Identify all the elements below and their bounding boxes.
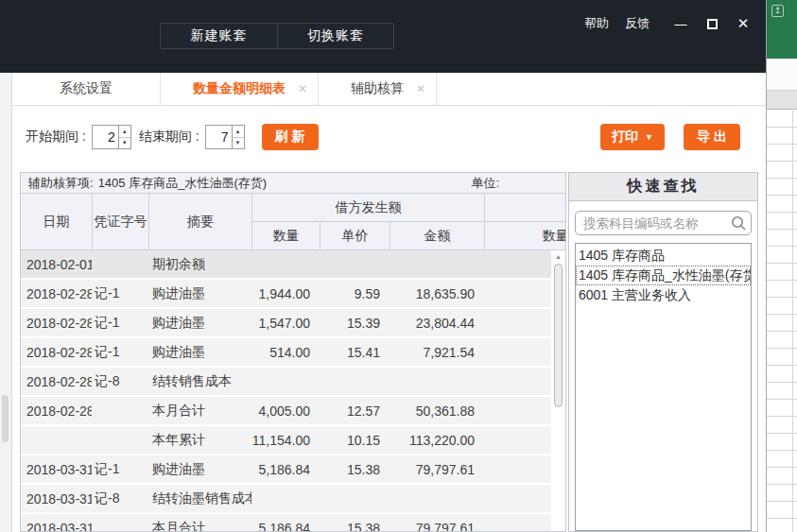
cell-date: 2018-02-01	[21, 250, 92, 278]
cell-summary: 购进油墨	[148, 309, 251, 336]
cell-summary: 本月合计	[148, 514, 251, 532]
stepper-down-icon[interactable]: ▼	[119, 138, 130, 149]
cell-qty: 1,944.00	[251, 280, 320, 307]
export-button[interactable]: 导出	[684, 124, 740, 150]
col-header-qty: 数量	[251, 221, 320, 249]
left-scrollbar-thumb[interactable]	[2, 395, 9, 442]
help-link[interactable]: 帮助	[584, 15, 609, 32]
tab-label: 辅助核算	[351, 80, 404, 97]
aux-item-value: 1405 库存商品_水性油墨(存货)	[98, 175, 267, 192]
table-row[interactable]: 2018-03-31 本月合计 5,186.84 15.38 79,797.61	[21, 514, 566, 532]
search-input[interactable]	[575, 211, 752, 235]
report-title-row: 辅助核算项: 1405 库存商品_水性油墨(存货) 单位:	[21, 173, 565, 194]
tab-system-settings[interactable]: 系统设置	[12, 73, 161, 105]
cell-summary: 本月合计	[148, 397, 251, 424]
table-header: 日期 凭证字号 摘要 借方发生额 数量 单价 金额 数量	[21, 194, 566, 250]
content-area: 辅助核算项: 1405 库存商品_水性油墨(存货) 单位: 日期 凭证字号 摘要…	[12, 168, 766, 532]
account-list-item[interactable]: 1405 库存商品	[576, 246, 751, 266]
col-header-credit-group	[484, 194, 566, 221]
col-header-date: 日期	[21, 194, 92, 249]
cell-voucher	[92, 397, 148, 424]
quick-find-body: 1405 库存商品1405 库存商品_水性油墨(存货)6001 主营业务收入	[569, 201, 757, 531]
tab-close-icon[interactable]: ✕	[416, 82, 425, 95]
print-button[interactable]: 打印 ▼	[600, 124, 665, 150]
cell-date: 2018-02-28	[21, 397, 92, 424]
stepper-down-icon[interactable]: ▼	[233, 138, 244, 149]
cell-date: 2018-03-31	[21, 485, 92, 512]
cell-qty: 5,186.84	[251, 514, 320, 532]
table-scrollbar-thumb[interactable]	[554, 264, 563, 407]
account-list-item[interactable]: 1405 库存商品_水性油墨(存货)	[576, 266, 751, 285]
left-scroll-strip	[0, 73, 12, 532]
end-period-input[interactable]	[206, 126, 232, 148]
cell-amount	[390, 368, 484, 395]
cell-voucher: 记-1	[92, 309, 148, 336]
table-row[interactable]: 本年累计 11,154.00 10.15 113,220.00	[21, 426, 566, 455]
report-table: 辅助核算项: 1405 库存商品_水性油墨(存货) 单位: 日期 凭证字号 摘要…	[20, 172, 566, 532]
stepper-up-icon[interactable]: ▲	[119, 126, 130, 138]
account-search	[575, 211, 752, 235]
main-area: 系统设置 数量金额明细表 ✕ 辅助核算 ✕ 开始期间 :	[12, 73, 766, 532]
excel-formula-bar	[767, 59, 797, 91]
table-scrollbar[interactable]: ▲	[551, 250, 565, 531]
new-account-set-button[interactable]: 新建账套	[161, 24, 277, 48]
switch-account-set-button[interactable]: 切换账套	[277, 24, 393, 48]
cell-qty: 514.00	[251, 338, 320, 366]
close-icon[interactable]: ✕	[736, 16, 751, 31]
table-row[interactable]: 2018-02-28 记-1 购进油墨 514.00 15.41 7,921.5…	[21, 338, 566, 368]
cell-date	[21, 426, 92, 454]
col-header-price: 单价	[320, 221, 390, 249]
table-row[interactable]: 2018-03-31 记-8 结转油墨销售成本	[21, 485, 566, 514]
tab-auxiliary-accounting[interactable]: 辅助核算 ✕	[319, 73, 437, 105]
cell-qty	[251, 485, 320, 512]
refresh-button[interactable]: 刷新	[262, 124, 319, 150]
col-header-voucher: 凭证字号	[92, 194, 148, 249]
excel-window[interactable]: ↥	[766, 0, 797, 532]
cell-qty	[251, 250, 320, 278]
table-row[interactable]: 2018-02-28 本月合计 4,005.00 12.57 50,361.88	[21, 397, 566, 426]
tab-close-icon[interactable]: ✕	[298, 82, 307, 95]
table-row[interactable]: 2018-02-28 记-1 购进油墨 1,547.00 15.39 23,80…	[21, 309, 566, 338]
table-row[interactable]: 2018-03-31 记-1 购进油墨 5,186.84 15.38 79,79…	[21, 455, 566, 485]
end-period-label: 结束期间 :	[139, 129, 199, 146]
col-header-amount: 金额	[390, 221, 484, 249]
aux-item-label: 辅助核算项:	[28, 175, 94, 192]
print-button-label: 打印	[612, 129, 638, 146]
excel-ribbon-pin-icon: ↥	[771, 5, 784, 17]
start-period-input[interactable]	[93, 126, 118, 148]
scroll-up-icon[interactable]: ▲	[551, 250, 565, 263]
minimize-icon[interactable]: —	[673, 16, 688, 31]
cell-price	[320, 368, 390, 395]
cell-voucher: 记-1	[92, 338, 148, 366]
cell-amount: 50,361.88	[390, 397, 484, 424]
app-window: 新建账套 切换账套 帮助 反馈 — ✕ 系统设置	[0, 0, 766, 532]
cell-date: 2018-03-31	[21, 455, 92, 483]
tab-label: 数量金额明细表	[193, 80, 286, 97]
cell-amount: 79,797.61	[390, 514, 484, 532]
cell-summary: 购进油墨	[148, 280, 251, 307]
cell-qty: 1,547.00	[251, 309, 320, 336]
tab-quantity-amount-detail[interactable]: 数量金额明细表 ✕	[161, 73, 319, 105]
table-row[interactable]: 2018-02-28 记-1 购进油墨 1,944.00 9.59 18,635…	[21, 280, 566, 309]
search-icon[interactable]	[730, 215, 747, 232]
maximize-icon[interactable]	[704, 16, 719, 31]
cell-voucher: 记-8	[92, 485, 148, 512]
cell-amount: 7,921.54	[390, 338, 484, 366]
cell-voucher	[92, 250, 148, 278]
feedback-link[interactable]: 反馈	[625, 15, 650, 32]
table-body: 2018-02-01 期初余额 2018-02-28 记-1 购进油墨 1,94…	[21, 250, 566, 532]
cell-date: 2018-02-28	[21, 309, 92, 336]
app-body: 系统设置 数量金额明细表 ✕ 辅助核算 ✕ 开始期间 :	[0, 73, 766, 532]
cell-price: 9.59	[320, 280, 390, 307]
cell-voucher: 记-8	[92, 368, 148, 395]
excel-column-header	[767, 91, 797, 110]
stepper-up-icon[interactable]: ▲	[233, 126, 244, 138]
account-list-item[interactable]: 6001 主营业务收入	[576, 285, 751, 305]
table-row[interactable]: 2018-02-01 期初余额	[21, 250, 566, 280]
cell-price: 12.57	[320, 397, 390, 424]
cell-summary: 结转销售成本	[148, 368, 251, 395]
end-period-stepper: ▲ ▼	[205, 125, 245, 149]
account-set-buttons: 新建账套 切换账套	[160, 23, 394, 49]
cell-summary: 本年累计	[148, 426, 251, 454]
table-row[interactable]: 2018-02-28 记-8 结转销售成本	[21, 368, 566, 397]
